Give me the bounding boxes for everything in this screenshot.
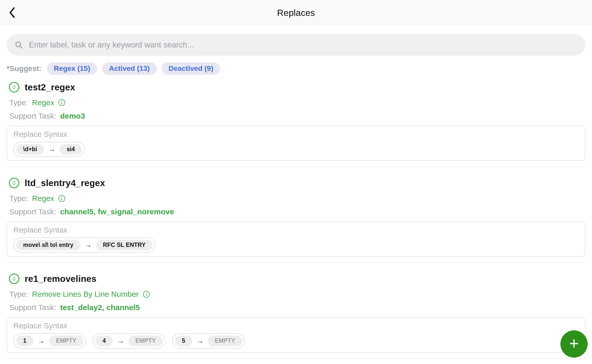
suggest-row: *Suggest: Regex (15) Actived (13) Deacti… bbox=[7, 62, 585, 75]
rule-to: si4 bbox=[60, 144, 82, 155]
type-value: Regex bbox=[32, 98, 54, 107]
rule-from: 1 bbox=[16, 336, 33, 346]
list-item-test2-regex[interactable]: test2_regex Type: Regex Support Task: de… bbox=[0, 82, 592, 161]
rule-pill: 5 → EMPTY bbox=[172, 333, 245, 348]
replace-syntax-box: Replace Syntax move\ sl\ to\ entry → RFC… bbox=[7, 222, 585, 257]
info-icon[interactable] bbox=[58, 99, 66, 106]
chip-actived[interactable]: Actived (13) bbox=[102, 62, 157, 75]
plus-icon: + bbox=[569, 335, 579, 352]
type-value: Regex bbox=[32, 194, 54, 203]
divider bbox=[6, 262, 586, 263]
support-row: Support Task: test_delay2, channel5 bbox=[7, 303, 585, 312]
support-row: Support Task: channel5, fw_signal_noremo… bbox=[7, 207, 585, 216]
list-item-re1-removelines[interactable]: re1_removelines Type: Remove Lines By Li… bbox=[0, 273, 592, 352]
divider bbox=[6, 358, 586, 359]
rule-to: EMPTY bbox=[128, 336, 163, 346]
search-input[interactable] bbox=[29, 40, 578, 50]
support-label: Support Task: bbox=[9, 207, 56, 216]
rule-pill: \d+bi → si4 bbox=[13, 142, 85, 157]
type-row: Type: Regex bbox=[7, 194, 585, 203]
rules-row: 1 → EMPTY 4 → EMPTY 5 → EMPTY bbox=[13, 333, 579, 348]
rule-pill: 4 → EMPTY bbox=[93, 333, 165, 348]
rule-from: 4 bbox=[96, 336, 113, 346]
rule-to: EMPTY bbox=[208, 336, 242, 346]
arrow-icon: → bbox=[117, 338, 124, 344]
app-root: Replaces *Suggest: Regex (15) Actived (1… bbox=[0, 0, 592, 359]
type-label: Type: bbox=[9, 290, 28, 299]
search-icon bbox=[14, 41, 23, 49]
suggest-label: *Suggest: bbox=[7, 64, 41, 73]
info-icon[interactable] bbox=[143, 291, 150, 298]
syntax-label: Replace Syntax bbox=[13, 130, 579, 139]
info-icon[interactable] bbox=[58, 195, 66, 202]
support-value: test_delay2, channel5 bbox=[60, 303, 140, 312]
type-row: Type: Remove Lines By Line Number bbox=[7, 290, 585, 299]
list-item-ltd-slentry4-regex[interactable]: ltd_slentry4_regex Type: Regex Support T… bbox=[0, 177, 592, 257]
support-value: demo3 bbox=[60, 112, 85, 120]
rule-from: \d+bi bbox=[16, 144, 44, 155]
support-row: Support Task: demo3 bbox=[7, 111, 585, 121]
replace-syntax-box: Replace Syntax \d+bi → si4 bbox=[7, 126, 585, 161]
rule-pill: 1 → EMPTY bbox=[13, 333, 86, 348]
sync-icon bbox=[8, 82, 20, 93]
header: Replaces bbox=[0, 0, 592, 25]
rule-to: EMPTY bbox=[49, 336, 83, 346]
rule-pill: move\ sl\ to\ entry → RFC SL ENTRY bbox=[13, 237, 155, 253]
back-icon bbox=[7, 7, 17, 18]
back-button[interactable] bbox=[4, 4, 21, 22]
rules-row: move\ sl\ to\ entry → RFC SL ENTRY bbox=[13, 237, 579, 253]
arrow-icon: → bbox=[48, 146, 55, 153]
rule-from: 5 bbox=[175, 336, 192, 346]
chip-deactived[interactable]: Deactived (9) bbox=[162, 62, 220, 75]
sync-icon bbox=[8, 273, 20, 284]
type-label: Type: bbox=[9, 194, 28, 203]
syntax-label: Replace Syntax bbox=[13, 226, 579, 234]
type-value: Remove Lines By Line Number bbox=[32, 290, 138, 299]
replace-list: test2_regex Type: Regex Support Task: de… bbox=[0, 82, 592, 359]
type-row: Type: Regex bbox=[7, 98, 585, 107]
page-title: Replaces bbox=[277, 8, 315, 18]
rules-row: \d+bi → si4 bbox=[13, 142, 579, 157]
replace-syntax-box: Replace Syntax 1 → EMPTY 4 → EMPTY 5 → bbox=[7, 317, 585, 352]
item-title: re1_removelines bbox=[25, 274, 96, 284]
add-button[interactable]: + bbox=[560, 330, 588, 358]
sync-icon bbox=[8, 177, 20, 189]
arrow-icon: → bbox=[38, 338, 45, 344]
rule-from: move\ sl\ to\ entry bbox=[16, 240, 80, 250]
support-label: Support Task: bbox=[9, 112, 56, 120]
divider bbox=[6, 167, 586, 167]
item-header: re1_removelines bbox=[7, 273, 585, 284]
chip-regex[interactable]: Regex (15) bbox=[47, 62, 97, 75]
item-title: test2_regex bbox=[25, 82, 75, 92]
support-label: Support Task: bbox=[9, 303, 56, 312]
type-label: Type: bbox=[9, 98, 28, 107]
item-header: test2_regex bbox=[7, 82, 585, 93]
support-value: channel5, fw_signal_noremove bbox=[60, 207, 174, 216]
search-bar[interactable] bbox=[7, 34, 585, 56]
arrow-icon: → bbox=[85, 242, 92, 248]
syntax-label: Replace Syntax bbox=[13, 321, 579, 330]
rule-to: RFC SL ENTRY bbox=[96, 240, 153, 250]
item-header: ltd_slentry4_regex bbox=[7, 177, 585, 189]
arrow-icon: → bbox=[197, 338, 203, 344]
item-title: ltd_slentry4_regex bbox=[25, 178, 105, 188]
